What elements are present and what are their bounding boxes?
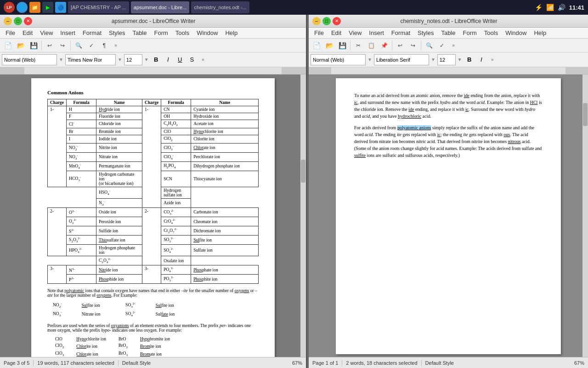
left-menu-window[interactable]: Window [193, 29, 221, 37]
right-window-title: chemistry_notes.odt - LibreOffice Writer [341, 18, 557, 24]
right-copy-btn[interactable]: 📋 [365, 40, 377, 52]
right-bold-btn[interactable]: B [464, 54, 475, 65]
right-redo-btn[interactable]: ↪ [407, 40, 419, 52]
bold-btn[interactable]: B [151, 54, 162, 65]
left-minimize-btn[interactable]: – [4, 17, 12, 25]
left-size-select[interactable] [124, 54, 142, 65]
left-menu-format[interactable]: Format [79, 29, 105, 37]
left-window: – □ ✕ apsummer.doc - LibreOffice Writer … [0, 15, 307, 368]
bluetooth-icon: ⚡ [535, 4, 543, 11]
app-icon[interactable]: LP [4, 2, 15, 13]
left-style-select[interactable] [2, 54, 57, 65]
right-minimize-btn[interactable]: – [312, 17, 321, 25]
right-paragraph-2: For acids derived from polyatomic anions… [354, 124, 543, 159]
format-marks-btn[interactable]: ¶ [98, 40, 110, 52]
right-sep2 [392, 40, 392, 51]
left-scrollbar-thumb[interactable] [301, 160, 305, 183]
right-menu-window[interactable]: Window [502, 29, 530, 37]
right-menu-insert[interactable]: Insert [365, 29, 388, 37]
left-menu-tools[interactable]: Tools [172, 29, 193, 37]
find-btn[interactable]: 🔍 [73, 40, 85, 52]
right-cut-btn[interactable]: ✂ [352, 40, 364, 52]
left-window-title: apsummer.doc - LibreOffice Writer [32, 18, 275, 24]
left-page: Common Anions Charge Formula Name Charge… [31, 78, 275, 357]
status-sep-1 [33, 360, 34, 366]
right-scrollbar[interactable] [582, 75, 588, 357]
save-btn[interactable]: 💾 [28, 40, 40, 52]
left-menubar: File Edit View Insert Format Styles Tabl… [0, 28, 306, 39]
taskbar-tab-chemistry[interactable]: [AP CHEMISTRY - AP ... [68, 1, 129, 13]
table-row: 2- O2- Oxide ion 2- CO32- Carbonate ion [48, 207, 259, 217]
left-titlebar: – □ ✕ apsummer.doc - LibreOffice Writer [0, 15, 306, 28]
right-page: To name an acid derived from an atomic a… [336, 78, 561, 354]
redo-btn[interactable]: ↪ [57, 40, 68, 52]
new-btn[interactable]: 📄 [2, 40, 14, 52]
left-menu-table[interactable]: Table [129, 29, 150, 37]
left-menu-insert[interactable]: Insert [57, 29, 79, 37]
folder-icon[interactable]: 📁 [29, 2, 40, 13]
right-menu-format[interactable]: Format [388, 29, 414, 37]
taskbar-tab-chemnotes[interactable]: chemistry_notes.odt -... [191, 1, 249, 13]
right-toolbar-overflow[interactable]: » [449, 40, 458, 52]
right-italic-btn[interactable]: I [476, 54, 487, 65]
right-open-btn[interactable]: 📂 [323, 40, 335, 52]
anion-table: Charge Formula Name Charge Formula Name … [47, 99, 259, 284]
th-formula1: Formula [67, 99, 96, 106]
right-style: Default Style [425, 360, 454, 366]
right-scrollbar-thumb[interactable] [583, 103, 588, 126]
tab-label-3: chemistry_notes.odt -... [194, 5, 246, 10]
italic-btn[interactable]: I [163, 54, 174, 65]
left-format-toolbar: ▼ ▼ ▼ B I U S » [0, 52, 306, 67]
right-menu-edit[interactable]: Edit [328, 29, 345, 37]
left-menu-file[interactable]: File [2, 29, 19, 37]
right-size-select[interactable] [437, 54, 456, 65]
right-menu-table[interactable]: Table [437, 29, 459, 37]
note-paragraph-2: Prefixes are used when the series of oxy… [47, 323, 259, 333]
right-undo-btn[interactable]: ↩ [394, 40, 406, 52]
sep2 [70, 40, 71, 51]
left-menu-form[interactable]: Form [150, 29, 171, 37]
right-titlebar: – □ ✕ chemistry_notes.odt - LibreOffice … [309, 15, 588, 28]
left-menu-edit[interactable]: Edit [19, 29, 36, 37]
right-font-select[interactable] [374, 54, 429, 65]
right-menu-styles[interactable]: Styles [414, 29, 437, 37]
right-menu-view[interactable]: View [345, 29, 365, 37]
strikethrough-btn[interactable]: S [187, 54, 198, 65]
underline-btn[interactable]: U [175, 54, 186, 65]
left-doc-area: Common Anions Charge Formula Name Charge… [0, 75, 306, 357]
left-font-select[interactable] [65, 54, 116, 65]
left-menu-styles[interactable]: Styles [105, 29, 129, 37]
format-overflow[interactable]: » [198, 54, 208, 66]
right-menu-tools[interactable]: Tools [481, 29, 502, 37]
globe-icon[interactable]: 🌐 [17, 2, 28, 13]
right-new-btn[interactable]: 📄 [311, 40, 322, 52]
right-find-btn[interactable]: 🔍 [423, 40, 435, 52]
right-menu-help[interactable]: Help [530, 29, 550, 37]
left-menu-view[interactable]: View [36, 29, 57, 37]
left-menu-help[interactable]: Help [221, 29, 241, 37]
right-save-btn[interactable]: 💾 [336, 40, 348, 52]
right-maximize-btn[interactable]: □ [322, 17, 331, 25]
terminal-icon[interactable]: ▶ [42, 2, 53, 13]
right-style-select[interactable] [311, 54, 366, 65]
right-paste-btn[interactable]: 📌 [378, 40, 390, 52]
right-spell-btn[interactable]: ✓ [436, 40, 448, 52]
taskbar-tab-apsummer[interactable]: apsummer.doc - Libre... [131, 1, 190, 13]
left-style: Default Style [122, 360, 151, 366]
left-close-btn[interactable]: ✕ [24, 17, 32, 25]
browser-icon[interactable]: 🔵 [55, 2, 66, 13]
open-btn[interactable]: 📂 [15, 40, 27, 52]
spell-btn[interactable]: ✓ [85, 40, 97, 52]
right-menu-form[interactable]: Form [459, 29, 480, 37]
wifi-icon: 📶 [546, 4, 554, 11]
undo-btn[interactable]: ↩ [44, 40, 56, 52]
right-menu-file[interactable]: File [311, 29, 328, 37]
right-format-overflow[interactable]: » [488, 54, 497, 66]
right-zoom: 67% [574, 360, 584, 366]
toolbar-overflow[interactable]: » [111, 40, 120, 52]
left-scrollbar[interactable] [300, 75, 306, 357]
left-page-count: Page 3 of 5 [4, 360, 29, 366]
right-close-btn[interactable]: ✕ [333, 17, 341, 25]
left-maximize-btn[interactable]: □ [14, 17, 22, 25]
example-table-1: NO2- Sulfite ion SO32- Sulfite ion NO3- … [47, 300, 195, 319]
